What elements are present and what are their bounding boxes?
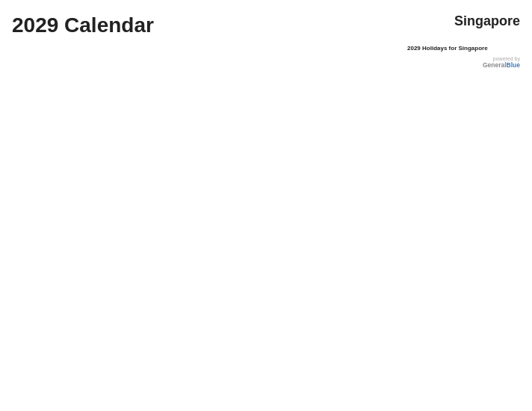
powered-by: powered by GeneralBlue — [407, 56, 520, 69]
holidays-title: 2029 Holidays for Singapore — [407, 45, 520, 52]
holidays-section: 2029 Holidays for Singapore powered by G… — [404, 45, 520, 404]
calendars-section — [12, 45, 398, 404]
country-title: Singapore — [454, 13, 520, 29]
header: 2029 Calendar Singapore — [12, 13, 520, 37]
content-area: 2029 Holidays for Singapore powered by G… — [12, 45, 520, 404]
main-title: 2029 Calendar — [12, 13, 154, 37]
page: 2029 Calendar Singapore 2029 Holidays fo… — [0, 0, 532, 411]
